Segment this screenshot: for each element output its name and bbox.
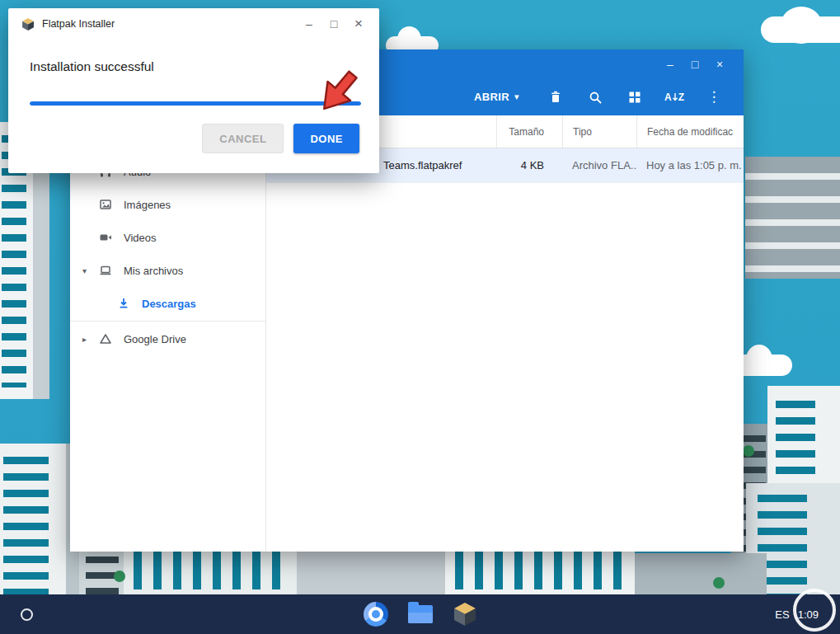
flatpak-cube-icon [453, 601, 477, 627]
dialog-maximize-button[interactable]: □ [321, 17, 346, 31]
wallpaper-tree [743, 445, 754, 457]
files-body: Audio Imágenes [70, 115, 744, 552]
dialog-titlebar: Flatpak Installer – □ × [8, 8, 379, 40]
dialog-buttons: CANCEL DONE [202, 124, 359, 153]
wallpaper-magnifier-ring [793, 589, 836, 632]
chrome-icon [364, 602, 388, 627]
open-button-label: ABRIR [474, 91, 509, 103]
launcher-button[interactable] [13, 594, 40, 634]
files-sidebar: Audio Imágenes [70, 115, 266, 552]
laptop-icon [99, 264, 112, 277]
maximize-button[interactable]: □ [683, 55, 707, 73]
installation-status-message: Installation successful [30, 59, 154, 74]
sidebar-item-my-files[interactable]: ▾ Mis archivos [70, 254, 265, 287]
wallpaper-cloud [761, 16, 840, 43]
sidebar-item-downloads[interactable]: Descargas [70, 287, 265, 320]
shelf: ES 1:09 [0, 594, 840, 634]
chrome-app-button[interactable] [363, 601, 389, 627]
sidebar-item-label: Google Drive [124, 333, 186, 345]
sort-button[interactable]: A Z [655, 92, 694, 103]
column-header-date[interactable]: Fecha de modificac [636, 115, 744, 148]
sidebar-item-google-drive[interactable]: ▸ Google Drive [70, 322, 265, 355]
sidebar-item-images[interactable]: Imágenes [70, 188, 265, 221]
sidebar-divider [70, 321, 265, 322]
wallpaper-building [297, 552, 445, 594]
trash-icon [548, 90, 563, 105]
view-toggle-button[interactable] [615, 90, 655, 105]
sidebar-item-label: Mis archivos [124, 265, 183, 277]
dialog-minimize-button[interactable]: – [297, 17, 321, 31]
dialog-close-button[interactable]: × [346, 16, 371, 32]
search-icon [588, 90, 603, 105]
sidebar-item-videos[interactable]: Videos [70, 221, 265, 254]
wallpaper-tree [114, 571, 125, 582]
file-modified: Hoy a las 1:05 p. m. [636, 159, 744, 171]
chevron-right-icon[interactable]: ▸ [82, 335, 97, 344]
close-button[interactable]: × [707, 55, 732, 73]
google-drive-icon [99, 332, 112, 345]
wallpaper-tree [713, 577, 725, 589]
open-button[interactable]: ABRIR ▾ [474, 91, 519, 103]
image-icon [99, 198, 112, 211]
flatpak-icon [21, 17, 35, 31]
files-app-button[interactable] [407, 601, 434, 627]
videocam-icon [99, 231, 112, 244]
desktop: – □ × ABRIR ▾ [0, 0, 840, 634]
done-button[interactable]: DONE [293, 124, 359, 153]
minimize-button[interactable]: – [658, 55, 683, 73]
column-header-type[interactable]: Tipo [562, 115, 636, 148]
sort-z-label: Z [678, 92, 684, 103]
download-icon [117, 297, 130, 310]
file-list-empty-area[interactable] [266, 183, 744, 552]
sidebar-item-label: Imágenes [124, 199, 171, 211]
shelf-apps [363, 601, 478, 627]
language-indicator: ES [775, 608, 789, 621]
more-options-button[interactable]: ⋮ [694, 88, 734, 106]
wallpaper-building [635, 553, 767, 594]
chevron-down-icon[interactable]: ▾ [82, 266, 97, 275]
delete-button[interactable] [536, 90, 575, 105]
sidebar-item-label: Descargas [142, 298, 196, 310]
search-button[interactable] [575, 90, 615, 105]
sidebar-item-label: Videos [124, 232, 157, 244]
flatpak-app-button[interactable] [452, 601, 478, 627]
sort-a-label: A [664, 92, 672, 103]
file-list: Tamaño Tipo Fecha de modificac Teams.fla… [266, 115, 744, 552]
cancel-button[interactable]: CANCEL [202, 124, 284, 153]
dialog-title: Flatpak Installer [42, 18, 297, 30]
wallpaper-building [745, 157, 840, 279]
caret-down-icon: ▾ [514, 92, 519, 102]
file-type: Archivo FLA... [562, 159, 636, 171]
column-header-size[interactable]: Tamaño [496, 115, 562, 148]
launcher-icon [21, 608, 33, 621]
grid-view-icon [627, 90, 642, 105]
folder-icon [408, 605, 433, 623]
file-size: 4 KB [496, 159, 562, 171]
arrow-down-icon [672, 92, 678, 102]
